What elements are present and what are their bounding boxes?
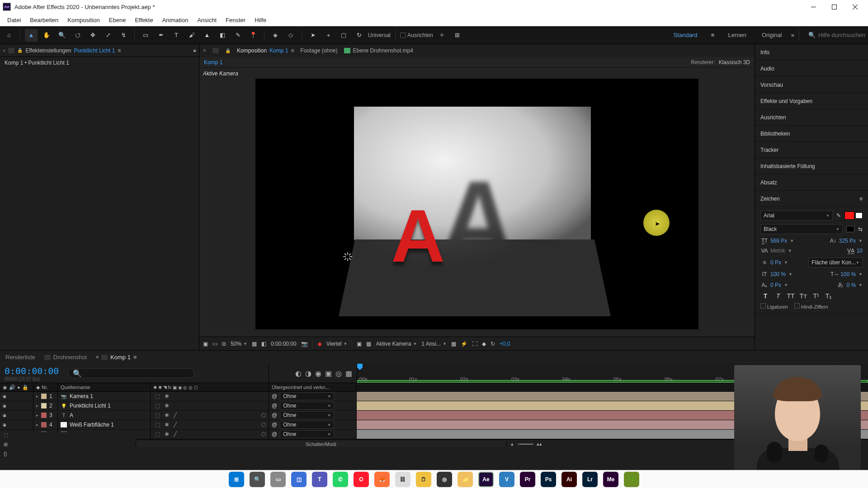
roi-icon[interactable]: ◧: [261, 341, 266, 347]
camera-dropdown[interactable]: Aktive Kamera▼: [376, 341, 417, 347]
resolution-toggle-icon[interactable]: ▦: [252, 341, 257, 347]
composition-viewer[interactable]: Aktive Kamera A A ➤: [199, 68, 755, 337]
smallcaps-button[interactable]: Tᴛ: [798, 292, 808, 300]
switch-shy[interactable]: ⬚: [155, 403, 160, 409]
ausrichten-checkbox[interactable]: [400, 33, 406, 38]
switch-quality[interactable]: ╱: [174, 412, 177, 418]
layer-name[interactable]: Weiß Farbfläche 1: [70, 422, 114, 428]
swap-color-icon[interactable]: ⇆: [858, 226, 863, 232]
timeline-search[interactable]: 🔍: [68, 368, 194, 378]
switch-collapse[interactable]: ✱: [165, 403, 169, 409]
home-icon[interactable]: ⌂: [3, 29, 15, 42]
switch-shy[interactable]: ⬚: [155, 393, 160, 399]
current-timecode[interactable]: 0:00:00:00: [5, 366, 59, 376]
label-color-swatch[interactable]: [41, 394, 47, 399]
rotate-tool-icon[interactable]: ✥: [86, 29, 99, 42]
kerning-value[interactable]: Metrik: [770, 248, 785, 254]
effect-settings-tab-label[interactable]: Effekteinstellungen: [25, 47, 71, 54]
ligatures-checkbox[interactable]: [760, 303, 766, 309]
selection-tool-icon[interactable]: ▲: [25, 29, 38, 42]
stamp-tool-icon[interactable]: ▲: [201, 29, 213, 42]
panel-inhaltsbasierte-fuellung[interactable]: Inhaltsbasierte Füllung: [755, 158, 868, 174]
switch-shy[interactable]: ⬚: [155, 431, 160, 437]
shy-toggle-icon[interactable]: ◐: [295, 369, 302, 378]
label-color-swatch[interactable]: [41, 403, 47, 408]
tsume-value[interactable]: 0 %: [846, 282, 856, 288]
viewer-timecode[interactable]: 0:00:00:00: [271, 341, 297, 347]
comp-tab-close-icon[interactable]: ×: [203, 47, 206, 54]
red-letter-a[interactable]: A: [391, 199, 445, 273]
workspace-standard[interactable]: Standard: [667, 29, 704, 42]
stroke-color-swatch[interactable]: [855, 212, 863, 219]
pixel-aspect-icon[interactable]: ▦: [451, 341, 456, 347]
pickwhip-icon[interactable]: @: [272, 393, 277, 399]
vscale-value[interactable]: 100 %: [770, 271, 786, 277]
alpha-toggle-icon[interactable]: ▣: [203, 341, 208, 347]
selection-arrow-icon[interactable]: ➤: [307, 29, 319, 42]
allcaps-button[interactable]: TT: [786, 292, 796, 300]
hindi-digits-checkbox[interactable]: [794, 303, 800, 309]
visibility-toggle[interactable]: [3, 395, 6, 398]
label-color-swatch[interactable]: [41, 413, 47, 418]
display-mode-icon[interactable]: ▭: [212, 341, 217, 347]
comp-prev-tab-icon[interactable]: [212, 48, 219, 53]
switch-quality[interactable]: ╱: [174, 422, 177, 428]
tracking-value[interactable]: 10: [857, 248, 863, 254]
pickwhip-icon[interactable]: @: [272, 422, 277, 428]
hscale-value[interactable]: 100 %: [840, 271, 856, 277]
visibility-toggle[interactable]: [3, 414, 6, 417]
scale-tool-icon[interactable]: ⤢: [102, 29, 114, 42]
panel-ausrichten[interactable]: Ausrichten: [755, 109, 868, 126]
superscript-button[interactable]: T¹: [811, 292, 821, 300]
taskbar-me-icon[interactable]: Me: [603, 472, 618, 487]
layer-name[interactable]: A: [70, 412, 73, 418]
bold-button[interactable]: T: [760, 292, 770, 300]
taskbar-lr-icon[interactable]: Lr: [582, 472, 598, 487]
switch-3d[interactable]: ⬡: [261, 412, 266, 418]
draft-3d-icon[interactable]: ▦: [345, 369, 352, 378]
menu-fenster[interactable]: Fenster: [221, 17, 250, 23]
stroke-width-value[interactable]: 0 Px: [770, 259, 781, 266]
safe-zones-icon[interactable]: ▦: [366, 341, 371, 347]
comp-crumb[interactable]: Komp 1: [204, 59, 222, 66]
taskbar-search-icon[interactable]: 🔍: [250, 472, 265, 487]
panel-effekte-vorgaben[interactable]: Effekte und Vorgaben: [755, 93, 868, 109]
lock-icon[interactable]: 🔒: [17, 48, 23, 53]
workspace-original[interactable]: Original: [755, 29, 788, 42]
pickwhip-icon[interactable]: @: [272, 431, 277, 437]
font-style-dropdown[interactable]: Black▼: [760, 224, 843, 234]
workspace-overflow-icon[interactable]: »: [791, 32, 794, 38]
mask-toggle-icon[interactable]: ⧉: [222, 341, 226, 347]
panel-absatz[interactable]: Absatz: [755, 174, 868, 191]
expand-arrow-icon[interactable]: ▸: [36, 404, 38, 408]
canvas[interactable]: A A ➤: [255, 79, 698, 329]
pen-tool-icon[interactable]: ✒: [155, 29, 167, 42]
taskbar-ai-icon[interactable]: Ai: [561, 472, 577, 487]
taskbar-voicemeeter-icon[interactable]: V: [499, 472, 514, 487]
panel-menu-icon[interactable]: ≡: [859, 196, 863, 202]
menu-hilfe[interactable]: Hilfe: [250, 17, 271, 23]
text-tool-icon[interactable]: T: [170, 29, 183, 42]
label-color-swatch[interactable]: [41, 422, 47, 427]
quality-dropdown[interactable]: Viertel▼: [326, 341, 348, 347]
zoom-dropdown[interactable]: 50%▼: [231, 341, 247, 347]
taskbar-notes-icon[interactable]: 🗒: [416, 472, 431, 487]
add-vertex-icon[interactable]: ＋: [322, 29, 335, 42]
snap-icon[interactable]: ⊞: [451, 29, 464, 42]
exposure-value[interactable]: +0,0: [500, 341, 510, 347]
switch-collapse[interactable]: ✱: [165, 422, 169, 428]
panel-vorschau[interactable]: Vorschau: [755, 77, 868, 93]
fast-preview-icon[interactable]: ⚡: [461, 341, 467, 347]
switch-quality[interactable]: ╱: [174, 431, 177, 437]
rect-mask-icon[interactable]: ▢: [337, 29, 350, 42]
tab-menu-icon[interactable]: ≡: [133, 354, 137, 361]
puppet-tool-icon[interactable]: 📍: [247, 29, 259, 42]
taskbar-teams-icon[interactable]: T: [312, 472, 327, 487]
visibility-toggle[interactable]: [3, 423, 6, 427]
font-family-dropdown[interactable]: Arial▼: [760, 211, 833, 221]
zoom-tool-icon[interactable]: 🔍: [56, 29, 68, 42]
playhead[interactable]: [357, 364, 363, 383]
taskbar-whatsapp-icon[interactable]: ✆: [333, 472, 348, 487]
prev-tab-icon[interactable]: [8, 48, 14, 53]
subscript-button[interactable]: T₁: [824, 292, 834, 300]
